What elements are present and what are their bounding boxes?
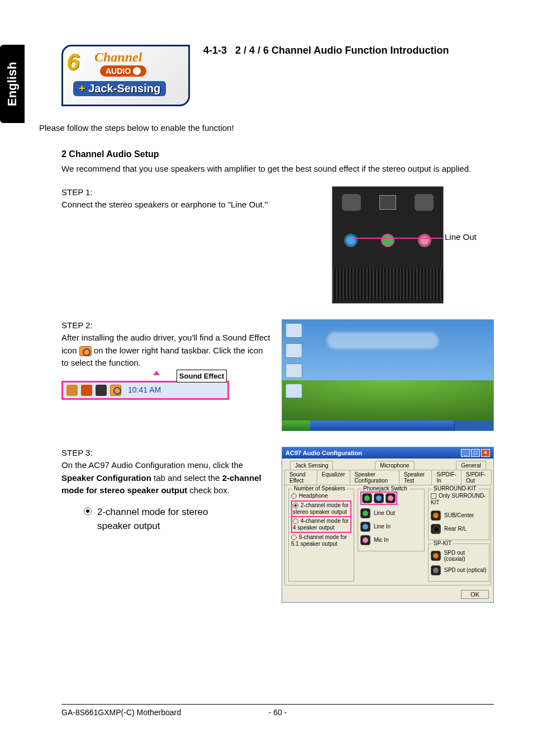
step3-text: On the AC97 Audio Configuration menu, cl… [61, 459, 270, 497]
ps2-port-icon [415, 194, 434, 211]
group-phonejack-switch: Phonejack Switch [361, 485, 409, 492]
group-sp-kit: SP-KIT [432, 540, 453, 546]
footer-page-number: - 60 - [269, 708, 287, 717]
mic-in-jack-icon [418, 234, 431, 247]
tab-speaker-test[interactable]: Speaker Test [399, 470, 432, 485]
jack-label: Line In [374, 523, 391, 530]
radio-checked-icon [84, 507, 92, 515]
desktop-icon [285, 363, 302, 378]
tray-icon [81, 385, 92, 396]
jack-label: Line Out [374, 510, 395, 516]
sound-effect-tooltip: Sound Effect [177, 370, 227, 383]
section-title: 4-1-3 2 / 4 / 6 Channel Audio Function I… [203, 45, 449, 56]
jack-icon [360, 508, 370, 518]
tab-jack-sensing[interactable]: Jack Sensing [290, 461, 333, 470]
jack-icon [362, 493, 372, 503]
setup-body: We recommend that you use speakers with … [61, 163, 494, 175]
callout-line [353, 238, 442, 239]
tab-spdif-in[interactable]: S/PDIF-In [431, 470, 461, 485]
language-tab: English [0, 45, 25, 123]
desktop-screenshot [282, 319, 494, 431]
ok-button[interactable]: OK [461, 590, 489, 599]
opt-4-channel[interactable]: 4-channel mode for 4 speaker output [291, 517, 351, 533]
tab-speaker-configuration[interactable]: Speaker Configuration [350, 470, 399, 485]
window-title: AC97 Audio Configuration [285, 450, 362, 456]
taskbar-clock: 10:41 AM [125, 383, 164, 397]
rear-ports-illustration: Line Out [282, 186, 494, 304]
jack-icon [386, 493, 396, 503]
jack-icon [374, 493, 384, 503]
logo-six: 6 [66, 49, 79, 75]
group-surround-kit: SURROUND-KIT [432, 485, 478, 492]
vent-grille-icon [332, 268, 443, 300]
jack-label: SPD out (coaxial) [444, 550, 487, 562]
tab-general[interactable]: General [456, 461, 486, 470]
line-in-jack-icon [344, 234, 358, 247]
jack-label: SUB/Center [444, 512, 474, 518]
jack-label: SPD out (optical) [444, 567, 487, 573]
section-heading: 2 / 4 / 6 Channel Audio Function Introdu… [235, 45, 449, 56]
line-out-jack-icon [381, 234, 394, 247]
two-channel-radio-label: 2-channel mode for stereo speaker output [97, 505, 208, 533]
jack-icon [431, 551, 441, 561]
jack-icon [360, 522, 370, 532]
logo-channel: Channel [94, 50, 142, 65]
tray-icon [96, 385, 107, 396]
tab-microphone[interactable]: Microphone [375, 461, 414, 470]
section-number: 4-1-3 [203, 45, 227, 56]
jack-icon [431, 511, 441, 521]
tab-sound-effect[interactable]: Sound Effect [284, 470, 317, 485]
two-channel-radio-callout: 2-channel mode for stereo speaker output [84, 505, 270, 533]
step2-label: STEP 2: [61, 319, 270, 332]
jack-icon [360, 535, 370, 545]
jack-label: Mic In [374, 537, 389, 543]
opt-headphone[interactable]: Headphone [291, 492, 351, 500]
desktop-icon [285, 323, 302, 338]
system-tray [454, 420, 493, 431]
jack-label: Rear R/L [444, 526, 467, 532]
desktop-icon [285, 384, 302, 398]
jack-icon [431, 524, 441, 534]
step1-label: STEP 1: [61, 186, 270, 199]
start-button [282, 420, 310, 431]
line-out-label: Line Out [445, 232, 477, 242]
jack-icon [431, 565, 441, 575]
footer-product: GA-8S661GXMP(-C) Motherboard [61, 708, 181, 717]
opt-2-channel[interactable]: 2-channel mode for stereo speaker output [291, 500, 351, 517]
tab-spdif-out[interactable]: S/PDIF-Out [461, 470, 492, 485]
ac97-config-window: AC97 Audio Configuration _ □ × Jack Sens… [282, 447, 494, 603]
step3-label: STEP 3: [61, 447, 270, 460]
step1-text: Connect the stereo speakers or earphone … [61, 199, 270, 211]
tab-equalizer[interactable]: Equalizer [317, 470, 350, 485]
six-channel-audio-logo: 6 Channel AUDIO + Jack-Sensing [61, 45, 190, 106]
logo-audio: AUDIO [100, 65, 146, 77]
tab-strip: Jack Sensing Microphone General Sound Ef… [282, 459, 493, 485]
sound-effect-tray-icon [110, 385, 121, 396]
ps2-port-icon [342, 194, 361, 211]
tray-icon [66, 385, 78, 396]
taskbar-screenshot: 10:41 AM [61, 381, 229, 400]
logo-jack-sensing: + Jack-Sensing [73, 81, 166, 96]
close-button[interactable]: × [481, 449, 490, 457]
speaker-icon [133, 67, 141, 75]
desktop-icon [285, 343, 302, 358]
step2-text: After installing the audio driver, you'l… [61, 332, 270, 370]
opt-6-channel[interactable]: 6-channel mode for 5.1 speaker output [291, 533, 351, 549]
intro-text: Please follow the steps below to enable … [39, 123, 494, 133]
usb-port-icon [379, 195, 396, 210]
arrow-up-icon [149, 371, 164, 376]
setup-heading: 2 Channel Audio Setup [61, 149, 494, 159]
minimize-button[interactable]: _ [461, 449, 470, 457]
group-number-of-speakers: Number of Speakers [292, 485, 347, 492]
chk-only-surround[interactable]: Only SURROUND-KIT [431, 492, 487, 507]
sound-effect-tray-icon [79, 346, 92, 356]
maximize-button[interactable]: □ [471, 449, 480, 457]
